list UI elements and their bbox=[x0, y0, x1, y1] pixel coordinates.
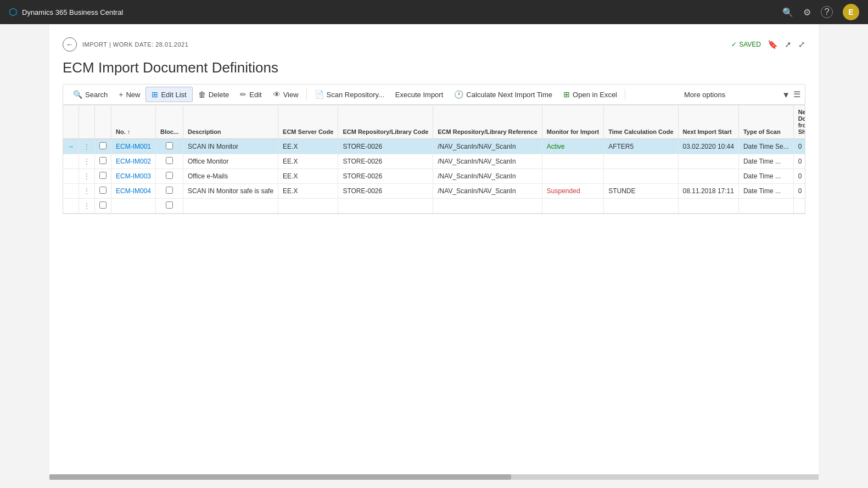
row-time-calc-code bbox=[604, 169, 678, 184]
bookmark-icon[interactable]: 🔖 bbox=[768, 40, 778, 49]
table-row[interactable]: ⋮ ECM-IM004 SCAN IN Monitor safe is safe… bbox=[63, 184, 805, 199]
row-checkbox-cell[interactable] bbox=[95, 154, 111, 169]
search-icon: 🔍 bbox=[73, 90, 82, 99]
row-next-doc-sheet-no: 0 bbox=[793, 154, 805, 169]
breadcrumb: IMPORT | WORK DATE: 28.01.2021 bbox=[82, 41, 188, 48]
row-ecm-repo-lib-code: STORE-0026 bbox=[338, 184, 433, 199]
col-header-next-doc-sheet[interactable]: Next Document from Sheet No. bbox=[793, 105, 805, 139]
expand-icon[interactable]: ⤢ bbox=[798, 40, 805, 49]
horizontal-scrollbar[interactable] bbox=[49, 474, 819, 480]
avatar[interactable]: E bbox=[843, 4, 859, 20]
list-view-icon[interactable]: ☰ bbox=[793, 89, 800, 99]
row-dots-cell[interactable]: ⋮ bbox=[79, 169, 95, 184]
row-no[interactable] bbox=[111, 199, 156, 214]
search-icon[interactable]: 🔍 bbox=[782, 7, 793, 18]
row-description bbox=[183, 199, 278, 214]
open-in-excel-button[interactable]: ⊞ Open in Excel bbox=[558, 87, 623, 102]
row-dots-cell[interactable]: ⋮ bbox=[79, 154, 95, 169]
row-description: Office e-Mails bbox=[183, 169, 278, 184]
table-row[interactable]: ⋮ ECM-IM003 Office e-Mails EE.X STORE-00… bbox=[63, 169, 805, 184]
more-options-button[interactable]: More options bbox=[679, 88, 731, 102]
breadcrumb-row: ← IMPORT | WORK DATE: 28.01.2021 ✓ SAVED… bbox=[63, 33, 805, 56]
col-header-ecm-repo-lib-code[interactable]: ECM Repository/Library Code bbox=[338, 105, 433, 139]
row-ecm-repo-lib-code: STORE-0026 bbox=[338, 154, 433, 169]
row-ecm-repo-lib-code: STORE-0026 bbox=[338, 169, 433, 184]
row-description: Office Monitor bbox=[183, 154, 278, 169]
toolbar: 🔍 Search + New ⊞ Edit List 🗑 Delete ✏ Ed… bbox=[63, 84, 805, 105]
row-type-of-scan: Date Time ... bbox=[738, 154, 793, 169]
row-blocked[interactable] bbox=[156, 139, 183, 154]
edit-list-icon: ⊞ bbox=[152, 90, 158, 99]
delete-button[interactable]: 🗑 Delete bbox=[193, 87, 235, 102]
row-checkbox-cell[interactable] bbox=[95, 139, 111, 154]
table-row[interactable]: ⋮ bbox=[63, 199, 805, 214]
delete-icon: 🗑 bbox=[198, 90, 206, 99]
col-header-next-import-start[interactable]: Next Import Start bbox=[678, 105, 738, 139]
excel-icon: ⊞ bbox=[563, 90, 570, 99]
table-row[interactable]: → ⋮ ECM-IM001 SCAN IN Monitor EE.X STORE… bbox=[63, 139, 805, 154]
toolbar-separator-1 bbox=[306, 89, 307, 100]
col-header-type-of-scan[interactable]: Type of Scan bbox=[738, 105, 793, 139]
col-header-ecm-server-code[interactable]: ECM Server Code bbox=[278, 105, 338, 139]
row-dots-cell[interactable]: ⋮ bbox=[79, 199, 95, 214]
row-blocked[interactable] bbox=[156, 154, 183, 169]
toolbar-separator-2 bbox=[625, 89, 625, 100]
table-row[interactable]: ⋮ ECM-IM002 Office Monitor EE.X STORE-00… bbox=[63, 154, 805, 169]
col-header-time-calc-code[interactable]: Time Calculation Code bbox=[604, 105, 678, 139]
row-dots-cell[interactable]: ⋮ bbox=[79, 139, 95, 154]
clock-icon: 🕐 bbox=[454, 90, 463, 99]
row-blocked[interactable] bbox=[156, 184, 183, 199]
view-button[interactable]: 👁 View bbox=[267, 87, 304, 102]
row-checkbox-cell[interactable] bbox=[95, 184, 111, 199]
row-ecm-server-code: EE.X bbox=[278, 154, 338, 169]
row-next-import-start: 08.11.2018 17:11 bbox=[678, 184, 738, 199]
row-type-of-scan: Date Time ... bbox=[738, 169, 793, 184]
row-no[interactable]: ECM-IM004 bbox=[111, 184, 156, 199]
col-header-monitor-for-import[interactable]: Monitor for Import bbox=[542, 105, 603, 139]
col-arrow bbox=[63, 105, 79, 139]
row-type-of-scan: Date Time Se... bbox=[738, 139, 793, 154]
row-no[interactable]: ECM-IM003 bbox=[111, 169, 156, 184]
scan-repository-button[interactable]: 📄 Scan Repository... bbox=[309, 87, 390, 102]
search-button[interactable]: 🔍 Search bbox=[68, 87, 113, 102]
row-next-import-start bbox=[678, 199, 738, 214]
new-button[interactable]: + New bbox=[113, 87, 145, 102]
back-button[interactable]: ← bbox=[63, 37, 77, 52]
row-no[interactable]: ECM-IM002 bbox=[111, 154, 156, 169]
row-arrow-cell bbox=[63, 154, 79, 169]
row-no[interactable]: ECM-IM001 bbox=[111, 139, 156, 154]
row-ecm-repo-lib-ref: /NAV_ScanIn/NAV_ScanIn bbox=[433, 139, 542, 154]
edit-list-button[interactable]: ⊞ Edit List bbox=[145, 87, 192, 102]
page-area: ← IMPORT | WORK DATE: 28.01.2021 ✓ SAVED… bbox=[0, 24, 868, 488]
row-arrow-cell bbox=[63, 184, 79, 199]
row-next-doc-sheet-no: 0 bbox=[793, 169, 805, 184]
col-dots bbox=[79, 105, 95, 139]
dynamics-logo: ⬡ bbox=[9, 6, 18, 18]
calculate-next-import-button[interactable]: 🕐 Calculate Next Import Time bbox=[449, 87, 558, 102]
help-icon[interactable]: ? bbox=[821, 6, 833, 18]
col-header-blocked[interactable]: Bloc... bbox=[156, 105, 183, 139]
row-dots-cell[interactable]: ⋮ bbox=[79, 184, 95, 199]
col-header-ecm-repo-lib-ref[interactable]: ECM Repository/Library Reference bbox=[433, 105, 542, 139]
row-next-doc-sheet-no bbox=[793, 199, 805, 214]
row-checkbox-cell[interactable] bbox=[95, 199, 111, 214]
table-header-row: No. ↑ Bloc... Description ECM Server Cod… bbox=[63, 105, 805, 139]
row-monitor-for-import: Suspended bbox=[542, 184, 603, 199]
row-blocked[interactable] bbox=[156, 169, 183, 184]
col-header-description[interactable]: Description bbox=[183, 105, 278, 139]
row-next-doc-sheet-no: 0 bbox=[793, 139, 805, 154]
gear-icon[interactable]: ⚙ bbox=[803, 7, 811, 18]
row-checkbox-cell[interactable] bbox=[95, 169, 111, 184]
row-ecm-repo-lib-ref: /NAV_ScanIn/NAV_ScanIn bbox=[433, 184, 542, 199]
share-icon[interactable]: ➚ bbox=[785, 40, 792, 49]
execute-import-button[interactable]: Execute Import bbox=[390, 88, 449, 102]
row-time-calc-code bbox=[604, 199, 678, 214]
row-blocked[interactable] bbox=[156, 199, 183, 214]
row-description: SCAN IN Monitor bbox=[183, 139, 278, 154]
edit-button[interactable]: ✏ Edit bbox=[234, 87, 267, 102]
col-header-no[interactable]: No. ↑ bbox=[111, 105, 156, 139]
filter-icon[interactable]: ▼ bbox=[782, 90, 790, 99]
row-ecm-repo-lib-code bbox=[338, 199, 433, 214]
scrollbar-thumb[interactable] bbox=[49, 474, 511, 480]
col-checkbox bbox=[95, 105, 111, 139]
